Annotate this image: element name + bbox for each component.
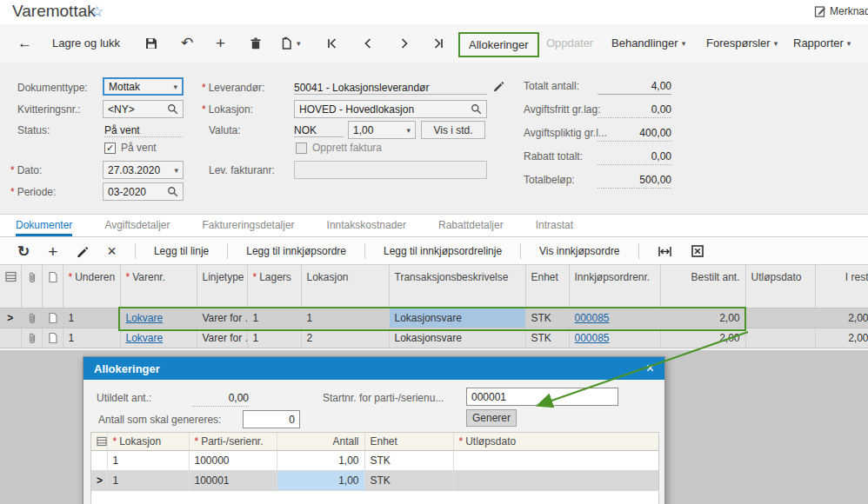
note-icon[interactable]	[42, 308, 63, 328]
generate-qty-input[interactable]: 0	[243, 410, 300, 428]
col-lagersted[interactable]: *Lagers	[247, 265, 301, 308]
refresh-icon[interactable]: ↻	[17, 244, 30, 259]
paperclip-icon[interactable]	[21, 308, 42, 328]
tab-intrastat[interactable]: Intrastat	[536, 216, 573, 236]
add-row-icon[interactable]: +	[48, 243, 57, 260]
po-link[interactable]: 000085	[575, 312, 610, 324]
cell-i-rest[interactable]: 2,00	[815, 328, 868, 348]
currency-code[interactable]: NOK	[294, 124, 344, 137]
inquiries-menu[interactable]: Forespørsler▾	[706, 24, 778, 62]
cell-beskrivelse-selected[interactable]: Lokasjonsvare	[389, 308, 525, 328]
start-nbr-input[interactable]: 000001	[466, 388, 618, 406]
col-enhet[interactable]: Enhet	[364, 433, 453, 450]
col-lokasjon[interactable]: Lokasjon	[301, 265, 389, 308]
cell-bestilt-ant[interactable]: 2,00	[660, 308, 745, 328]
cell-linjetype[interactable]: Varer for ...	[197, 308, 247, 328]
col-varenr[interactable]: *Varenr.	[120, 265, 197, 308]
cell-utlopsdato[interactable]	[745, 308, 815, 328]
inventory-link[interactable]: Lokvare	[126, 312, 164, 324]
cell-beskrivelse[interactable]: Lokasjonsvare	[389, 328, 525, 348]
cell-lokasjon[interactable]: 1	[301, 308, 389, 328]
go-first-button[interactable]	[325, 24, 339, 62]
note-icon[interactable]	[42, 328, 63, 348]
view-po-button[interactable]: Vis innkjøpsordre	[539, 245, 619, 257]
col-antall[interactable]: Antall	[277, 433, 364, 450]
cell-i-rest[interactable]: 2,00	[815, 308, 868, 328]
add-po-line-button[interactable]: Legg til innkjøpsordrelinje	[384, 245, 502, 257]
allocations-button[interactable]: Allokeringer	[458, 32, 539, 57]
save-and-close-button[interactable]: Lagre og lukk	[52, 24, 120, 62]
tab-faktureringsdetaljer[interactable]: Faktureringsdetaljer	[203, 216, 295, 236]
currency-rate-select[interactable]: 1,00▾	[348, 121, 416, 139]
delete-record-button[interactable]	[249, 24, 263, 62]
col-underenhet[interactable]: *Underen	[63, 265, 120, 308]
go-prev-button[interactable]	[362, 24, 374, 62]
grid-settings-icon[interactable]	[0, 265, 21, 308]
create-bill-checkbox[interactable]: Opprett faktura	[296, 142, 382, 154]
cell-lokasjon[interactable]: 1	[107, 470, 189, 490]
edit-pencil-icon[interactable]	[492, 80, 504, 92]
reports-menu[interactable]: Rapporter▾	[793, 24, 851, 62]
favorite-star-icon[interactable]: ☆	[90, 3, 103, 21]
cell-utlopsdato[interactable]	[453, 450, 658, 470]
col-bestilt-ant[interactable]: Bestilt ant.	[660, 265, 745, 308]
export-excel-icon[interactable]	[691, 244, 704, 258]
grid-settings-icon[interactable]	[91, 433, 107, 450]
fit-width-icon[interactable]	[658, 245, 672, 258]
dialog-title-bar[interactable]: Allokeringer ×	[83, 357, 664, 380]
table-row[interactable]: > 1 Lokvare Varer for ... 1 1 Lokasjonsv…	[0, 308, 868, 328]
actions-menu[interactable]: Behandlinger▾	[611, 24, 685, 62]
inventory-link[interactable]: Lokvare	[126, 332, 164, 344]
cell-parti-serienr[interactable]: 100000	[189, 450, 277, 470]
cell-enhet[interactable]: STK	[525, 308, 569, 328]
cell-varenr[interactable]: Lokvare	[120, 328, 197, 348]
table-row[interactable]: 1 100000 1,00 STK	[91, 450, 658, 470]
cell-enhet[interactable]: STK	[364, 450, 453, 470]
cell-innkjopsordrenr[interactable]: 000085	[569, 308, 660, 328]
table-row[interactable]: 1 Lokvare Varer for ... 1 2 Lokasjonsvar…	[0, 328, 868, 348]
tab-inntakskostnader[interactable]: Inntakskostnader	[327, 216, 406, 236]
cell-bestilt-ant[interactable]: 2,00	[660, 328, 745, 348]
paperclip-icon[interactable]	[21, 328, 42, 348]
cell-parti-serienr[interactable]: 100001	[189, 470, 277, 490]
col-innkjopsordrenr[interactable]: Innkjøpsordrenr.	[569, 265, 660, 308]
tab-avgiftsdetaljer[interactable]: Avgiftsdetaljer	[104, 216, 170, 236]
col-linjetype[interactable]: Linjetype	[197, 265, 247, 308]
receipt-nbr-input[interactable]: <NY>	[103, 100, 184, 118]
col-lokasjon[interactable]: *Lokasjon	[107, 433, 189, 450]
close-icon[interactable]: ×	[646, 361, 654, 375]
hold-checkbox[interactable]: ✓ På vent	[104, 142, 157, 154]
cell-lokasjon[interactable]: 2	[301, 328, 389, 348]
cell-lokasjon[interactable]: 1	[107, 450, 189, 470]
table-row[interactable]: > 1 100001 1,00 STK	[91, 470, 658, 490]
cell-linjetype[interactable]: Varer for ...	[197, 328, 247, 348]
cell-innkjopsordrenr[interactable]: 000085	[569, 328, 660, 348]
doc-type-select[interactable]: Mottak▾	[103, 77, 184, 96]
cell-varenr[interactable]: Lokvare	[120, 308, 197, 328]
delete-row-icon[interactable]: ×	[107, 243, 117, 259]
vendor-ref-input[interactable]	[294, 161, 487, 179]
add-line-button[interactable]: Legg til linje	[154, 245, 209, 257]
back-button[interactable]: ←	[17, 24, 32, 62]
save-button[interactable]	[144, 24, 158, 62]
col-utlopsdato[interactable]: *Utløpsdato	[453, 433, 658, 450]
cell-utlopsdato[interactable]	[745, 328, 815, 348]
generate-button[interactable]: Generer	[466, 409, 517, 427]
tab-rabattdetaljer[interactable]: Rabattdetaljer	[438, 216, 504, 236]
col-enhet[interactable]: Enhet	[525, 265, 569, 308]
cell-lagersted[interactable]: 1	[247, 308, 301, 328]
search-icon[interactable]	[167, 186, 178, 197]
go-last-button[interactable]	[431, 24, 445, 62]
period-input[interactable]: 03-2020	[103, 182, 184, 201]
search-icon[interactable]	[471, 103, 482, 115]
col-utlopsdato[interactable]: Utløpsdato	[745, 265, 815, 308]
edit-row-pencil-icon[interactable]	[76, 245, 89, 258]
view-base-button[interactable]: Vis i std.	[421, 121, 485, 139]
cell-lagersted[interactable]: 1	[247, 328, 301, 348]
cell-utlopsdato[interactable]	[453, 470, 658, 490]
search-icon[interactable]	[167, 103, 178, 115]
go-next-button[interactable]	[398, 24, 411, 62]
po-link[interactable]: 000085	[575, 332, 610, 344]
add-po-button[interactable]: Legg til innkjøpsordre	[246, 245, 346, 257]
col-i-rest[interactable]: I rest	[815, 265, 868, 308]
